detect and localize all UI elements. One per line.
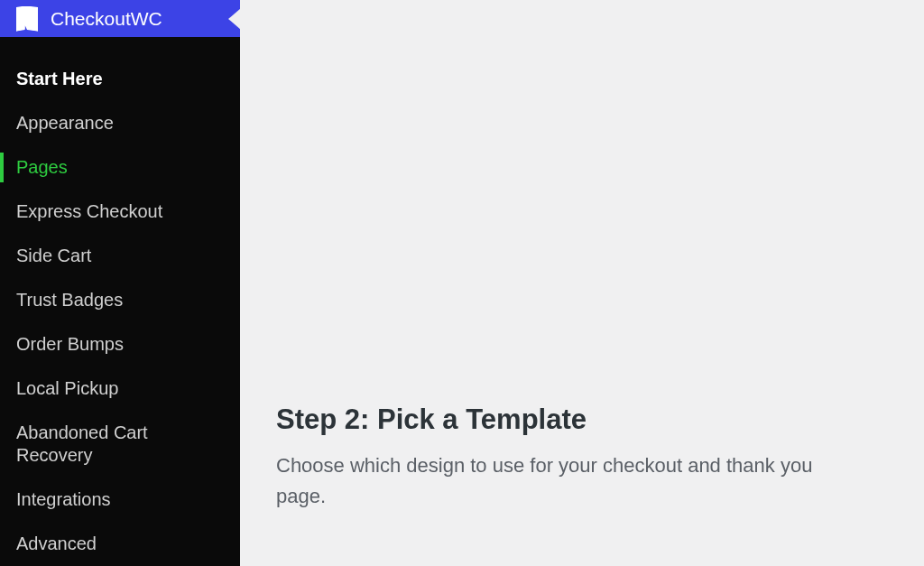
sidebar: CheckoutWC Start Here Appearance Pages E… bbox=[0, 0, 240, 566]
nav-item-label: Pages bbox=[16, 157, 68, 177]
brand-title: CheckoutWC bbox=[51, 8, 162, 30]
nav-item-trust-badges[interactable]: Trust Badges bbox=[0, 278, 240, 322]
nav-item-start-here[interactable]: Start Here bbox=[0, 57, 240, 101]
step-description: Choose which design to use for your chec… bbox=[276, 450, 836, 512]
nav-item-label: Local Pickup bbox=[16, 378, 118, 398]
nav-item-abandoned-cart-recovery[interactable]: Abandoned Cart Recovery bbox=[0, 411, 240, 478]
checkoutwc-logo-icon bbox=[16, 6, 38, 32]
nav-item-label: Advanced bbox=[16, 534, 97, 553]
nav-item-side-cart[interactable]: Side Cart bbox=[0, 234, 240, 278]
nav-item-label: Integrations bbox=[16, 489, 111, 509]
step-heading: Step 2: Pick a Template bbox=[276, 404, 888, 436]
nav-item-appearance[interactable]: Appearance bbox=[0, 101, 240, 145]
nav-item-label: Abandoned Cart Recovery bbox=[16, 422, 148, 465]
nav-item-label: Start Here bbox=[16, 69, 103, 88]
nav-item-pages[interactable]: Pages bbox=[0, 145, 240, 190]
nav-item-local-pickup[interactable]: Local Pickup bbox=[0, 367, 240, 411]
nav-item-label: Side Cart bbox=[16, 246, 91, 265]
nav-item-advanced[interactable]: Advanced bbox=[0, 522, 240, 566]
nav-item-label: Trust Badges bbox=[16, 290, 123, 310]
nav-item-order-bumps[interactable]: Order Bumps bbox=[0, 322, 240, 367]
sidebar-header[interactable]: CheckoutWC bbox=[0, 0, 240, 37]
sidebar-nav: Start Here Appearance Pages Express Chec… bbox=[0, 37, 240, 566]
nav-item-label: Order Bumps bbox=[16, 334, 124, 354]
nav-item-label: Appearance bbox=[16, 113, 114, 133]
main-content: Step 2: Pick a Template Choose which des… bbox=[240, 0, 924, 566]
nav-item-express-checkout[interactable]: Express Checkout bbox=[0, 190, 240, 234]
nav-item-integrations[interactable]: Integrations bbox=[0, 478, 240, 522]
nav-item-label: Express Checkout bbox=[16, 201, 162, 221]
